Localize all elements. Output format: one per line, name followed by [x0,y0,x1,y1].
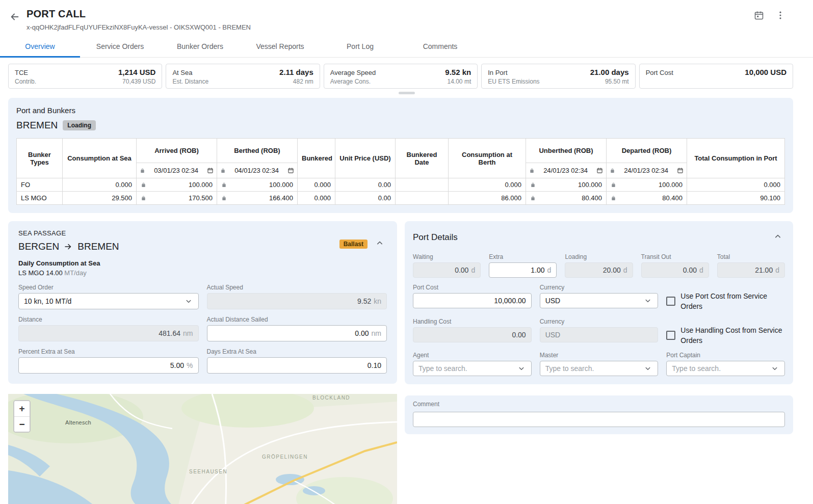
departed-date-picker[interactable]: 24/01/23 02:34 [610,167,684,174]
zoom-out-button[interactable]: − [14,416,30,432]
consumption-at-berth-cell[interactable]: 86.000 [449,192,526,205]
unberthed-date-picker[interactable]: 24/01/23 02:34 [529,167,603,174]
kpi-label: In Port [488,69,507,76]
tab-vessel-reports[interactable]: Vessel Reports [240,36,320,57]
actual-distance-sailed-input[interactable]: 0.00nm [207,325,387,341]
calendar-icon[interactable] [287,167,294,174]
arrived-rob-cell[interactable]: 170.500 [137,192,217,205]
calendar-button[interactable] [752,8,766,24]
tab-comments[interactable]: Comments [400,36,480,57]
arrived-rob-cell[interactable]: 100.000 [137,178,217,192]
master-select[interactable] [540,361,659,376]
total-consumption-cell[interactable]: 90.100 [687,192,785,205]
handling-cost-currency-field: Currency USD [540,318,659,346]
kpi-card-average-speed: Average Speed9.52 kn Average Cons.14.00 … [324,64,478,89]
port-captain-search-input[interactable] [672,364,770,373]
status-badge: Loading [63,120,96,130]
total-consumption-cell[interactable]: 0.000 [687,178,785,192]
lock-icon[interactable] [141,182,146,188]
calendar-icon[interactable] [207,167,214,174]
use-handling-cost-checkbox-row[interactable]: Use Handling Cost from Service Orders [666,318,785,346]
port-cost-input[interactable]: 10,000.00 [413,293,532,308]
bunkers-table: Bunker Types Consumption at Sea Arrived … [16,138,785,205]
bunkered-date-cell[interactable] [396,178,449,192]
col-bunkered-date: Bunkered Date [396,139,449,178]
use-port-cost-checkbox-row[interactable]: Use Port Cost from Service Orders [666,284,785,312]
col-bunker-types: Bunker Types [17,139,63,178]
unberthed-rob-cell[interactable]: 100.000 [526,178,607,192]
bunker-type: FO [17,178,63,192]
destination-port: BREMEN [77,241,119,252]
lock-icon[interactable] [530,195,536,201]
lock-icon[interactable] [140,168,145,173]
col-unberthed-rob: Unberthed (ROB) [526,139,607,163]
sea-passage-section: SEA PASSAGE BERGEN BREMEN Ballast Daily … [8,221,397,384]
collapse-sea-passage-button[interactable] [373,236,387,252]
bunkered-date-cell[interactable] [396,192,449,205]
calendar-icon[interactable] [677,167,684,174]
lock-icon[interactable] [610,168,615,173]
lock-icon[interactable] [141,195,146,201]
unit-price-cell[interactable]: 0.00 [335,192,396,205]
berthed-rob-cell[interactable]: 100.000 [217,178,298,192]
zoom-in-button[interactable]: + [14,401,30,416]
kpi-collapse-handle[interactable] [399,92,415,94]
days-extra-at-sea-input[interactable]: 0.10 [207,357,387,374]
tab-service-orders[interactable]: Service Orders [80,36,160,57]
lock-icon[interactable] [611,195,616,201]
use-handling-cost-checkbox[interactable] [666,331,675,340]
chevron-down-icon [184,297,193,306]
percent-extra-at-sea-input[interactable]: 5.00% [18,357,199,374]
transit-out-input: 0.00d [641,262,709,278]
extra-input[interactable]: 1.00d [489,262,557,278]
port-captain-select[interactable] [666,361,785,376]
col-departed-rob: Departed (ROB) [607,139,687,163]
tab-bunker-orders[interactable]: Bunker Orders [160,36,240,57]
map-label-gropelingen: GRÖPELINGEN [262,454,308,460]
chevron-up-icon [773,231,783,243]
departed-rob-cell[interactable]: 100.000 [607,178,687,192]
kpi-value: 9.52 kn [445,68,471,76]
bunkered-cell[interactable]: 0.000 [298,178,335,192]
cell-value: 100.000 [269,181,293,189]
page-subtitle: x-qqOHK2jfadFLFqUYUFEkziNX8FuyKA-vessel … [27,23,251,31]
more-options-button[interactable] [773,8,788,24]
unberthed-rob-cell[interactable]: 80.400 [526,192,607,205]
lock-icon[interactable] [221,195,227,201]
agent-search-input[interactable] [418,364,517,373]
agent-select[interactable] [413,361,532,376]
calendar-icon[interactable] [596,167,603,174]
consumption-at-sea-cell[interactable]: 0.000 [63,178,137,192]
lock-icon[interactable] [221,182,227,188]
kpi-sublabel: EU ETS Emissions [488,78,539,85]
comment-label: Comment [413,401,785,408]
tab-port-log[interactable]: Port Log [320,36,400,57]
departed-rob-cell[interactable]: 80.400 [607,192,687,205]
kpi-value: 2.11 days [279,68,313,76]
comment-input[interactable] [413,412,785,427]
lock-icon[interactable] [529,168,535,173]
map[interactable]: BLOCKLAND Altenesch GRÖPELINGEN SEEHAUSE… [8,394,397,504]
tab-overview[interactable]: Overview [0,36,80,57]
daily-consumption-value: LS MGO 14.00 [18,269,63,277]
lock-icon[interactable] [530,182,536,188]
consumption-at-sea-cell[interactable]: 29.500 [63,192,137,205]
master-search-input[interactable] [545,364,644,373]
kpi-value: 1,214 USD [118,68,155,76]
consumption-at-berth-cell[interactable]: 0.000 [449,178,526,192]
port-cost-currency-select[interactable]: USD [540,293,659,308]
table-row-ls-mgo: LS MGO 29.500 170.500 166.400 0.000 0.00… [17,192,785,205]
calendar-icon [754,10,764,22]
collapse-port-details-button[interactable] [771,229,785,245]
berthed-date-picker[interactable]: 04/01/23 02:34 [220,167,294,174]
lock-icon[interactable] [611,182,616,188]
unit-price-cell[interactable]: 0.00 [335,178,396,192]
back-button[interactable] [7,9,22,26]
lock-icon[interactable] [220,168,226,173]
speed-order-select[interactable]: 10 kn, 10 MT/d [18,293,199,309]
arrived-date-picker[interactable]: 03/01/23 02:34 [140,167,214,174]
berthed-rob-cell[interactable]: 166.400 [217,192,298,205]
bunkered-cell[interactable]: 0.000 [298,192,335,205]
tab-bar: Overview Service Orders Bunker Orders Ve… [0,36,813,58]
use-port-cost-checkbox[interactable] [666,297,675,306]
